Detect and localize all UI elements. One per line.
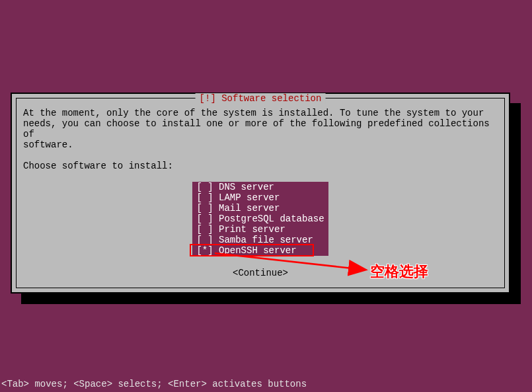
software-option[interactable]: [ ] PostgreSQL database xyxy=(192,214,328,224)
software-option[interactable]: [ ] DNS server xyxy=(192,182,328,192)
software-option[interactable]: [ ] Print server xyxy=(192,224,328,235)
software-option-list[interactable]: [ ] DNS server [ ] LAMP server [ ] Mail … xyxy=(192,182,328,256)
software-option[interactable]: [ ] LAMP server xyxy=(192,192,328,203)
software-selection-dialog: [!] Software selection At the moment, on… xyxy=(11,93,510,294)
software-option[interactable]: [ ] Samba file server xyxy=(192,235,328,245)
dialog-border: [!] Software selection At the moment, on… xyxy=(16,98,505,288)
continue-button[interactable]: <Continue> xyxy=(23,268,498,278)
software-option[interactable]: [*] OpenSSH server xyxy=(192,245,328,256)
dialog-prompt: Choose software to install: xyxy=(23,161,498,171)
continue-label: <Continue> xyxy=(233,268,288,278)
software-option[interactable]: [ ] Mail server xyxy=(192,203,328,214)
help-bar: <Tab> moves; <Space> selects; <Enter> ac… xyxy=(1,379,307,389)
dialog-description: At the moment, only the core of the syst… xyxy=(23,108,498,150)
